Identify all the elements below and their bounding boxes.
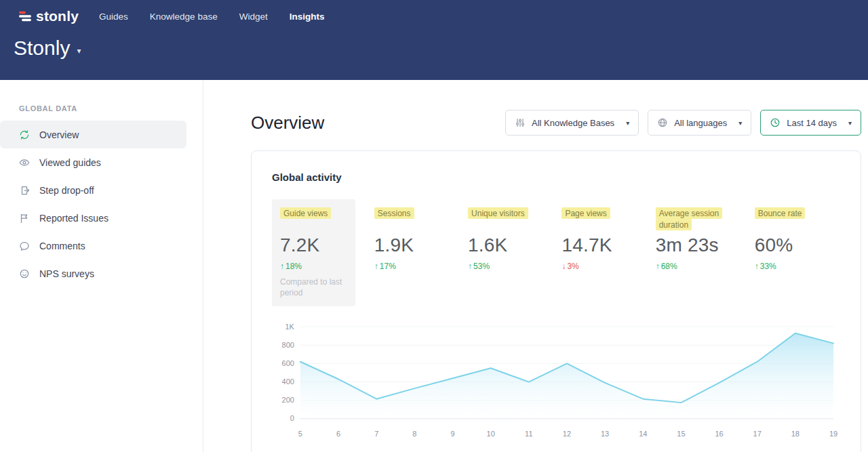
svg-text:18: 18 bbox=[791, 430, 800, 438]
metric-delta: 3% bbox=[561, 262, 639, 271]
metric-delta: 17% bbox=[374, 262, 452, 271]
sidebar-item-viewed-guides[interactable]: Viewed guides bbox=[0, 148, 186, 176]
nav-item-knowledge-base[interactable]: Knowledge base bbox=[150, 12, 218, 22]
nav-item-guides[interactable]: Guides bbox=[99, 12, 128, 22]
svg-text:12: 12 bbox=[563, 430, 571, 438]
arrow-up-icon bbox=[468, 262, 473, 271]
page-body: GLOBAL DATA Overview Viewed g bbox=[0, 80, 868, 452]
sidebar-item-label: Overview bbox=[39, 129, 79, 140]
metric-bounce-rate[interactable]: Bounce rate 60% 33% bbox=[747, 199, 840, 306]
metric-unique-visitors[interactable]: Unique visitors 1.6K 53% bbox=[460, 199, 553, 306]
metric-label: Guide views bbox=[280, 207, 347, 234]
filter-label: All languages bbox=[674, 118, 727, 128]
nav-item-insights[interactable]: Insights bbox=[290, 12, 325, 22]
sidebar-item-label: Step drop-off bbox=[39, 185, 94, 196]
page-title: Overview bbox=[251, 112, 324, 133]
main-content: Overview All Knowledge Bases ▾ bbox=[203, 80, 868, 452]
metric-page-views[interactable]: Page views 14.7K 3% bbox=[553, 199, 647, 306]
svg-text:1K: 1K bbox=[285, 323, 294, 331]
sidebar-item-overview[interactable]: Overview bbox=[0, 121, 186, 148]
stonly-logo[interactable]: stonly bbox=[19, 8, 79, 24]
svg-text:14: 14 bbox=[639, 430, 647, 438]
card-title: Global activity bbox=[272, 171, 840, 183]
sidebar-item-label: Comments bbox=[39, 241, 85, 251]
arrow-up-icon bbox=[656, 262, 661, 271]
filter-label: Last 14 days bbox=[787, 118, 837, 128]
svg-text:19: 19 bbox=[829, 430, 837, 438]
nav-item-widget[interactable]: Widget bbox=[239, 12, 268, 22]
svg-text:600: 600 bbox=[282, 359, 294, 367]
metric-note: Compared to last period bbox=[280, 276, 347, 298]
svg-text:9: 9 bbox=[450, 430, 454, 438]
workspace-dropdown-caret[interactable]: ▾ bbox=[77, 41, 81, 56]
clock-icon bbox=[770, 117, 781, 128]
page-head: Overview All Knowledge Bases ▾ bbox=[251, 110, 861, 136]
metric-avg-session-duration[interactable]: Average session duration 3m 23s 68% bbox=[648, 199, 747, 306]
metric-label: Unique visitors bbox=[468, 207, 545, 234]
chevron-down-icon: ▾ bbox=[848, 119, 852, 127]
sidebar-item-label: Reported Issues bbox=[39, 213, 108, 224]
filter-date-range[interactable]: Last 14 days ▾ bbox=[760, 110, 861, 136]
metric-delta: 18% bbox=[280, 262, 347, 271]
svg-text:15: 15 bbox=[677, 430, 685, 438]
metrics-row: Guide views 7.2K 18% Compared to last pe… bbox=[272, 199, 840, 306]
sidebar-item-comments[interactable]: Comments bbox=[0, 232, 186, 260]
metric-sessions[interactable]: Sessions 1.9K 17% bbox=[366, 199, 460, 306]
smiley-icon bbox=[19, 268, 30, 279]
sidebar-item-reported-issues[interactable]: Reported Issues bbox=[0, 204, 186, 232]
chevron-down-icon: ▾ bbox=[738, 119, 742, 127]
svg-text:0: 0 bbox=[290, 415, 294, 423]
sidebar-section-label: GLOBAL DATA bbox=[0, 104, 203, 112]
sidebar-item-nps-surveys[interactable]: NPS surveys bbox=[0, 260, 186, 287]
metric-label: Page views bbox=[561, 207, 639, 234]
metric-value: 7.2K bbox=[280, 234, 347, 256]
metric-label: Average session duration bbox=[656, 207, 732, 234]
metric-value: 3m 23s bbox=[656, 234, 738, 256]
svg-text:17: 17 bbox=[753, 430, 762, 438]
filter-label: All Knowledge Bases bbox=[532, 118, 614, 128]
svg-text:11: 11 bbox=[525, 430, 532, 438]
metric-value: 1.6K bbox=[468, 234, 545, 256]
arrow-up-icon bbox=[280, 262, 285, 271]
sidebar-item-step-drop-off[interactable]: Step drop-off bbox=[0, 176, 186, 204]
stonly-logo-text: stonly bbox=[36, 8, 79, 24]
arrow-up-icon bbox=[374, 262, 380, 271]
workspace-title: Stonly bbox=[14, 37, 70, 60]
arrow-up-icon bbox=[755, 262, 760, 271]
flag-icon bbox=[19, 213, 30, 224]
metric-delta: 33% bbox=[755, 262, 832, 271]
svg-text:16: 16 bbox=[715, 430, 723, 438]
metric-delta: 53% bbox=[468, 262, 545, 271]
app-root: stonly Guides Knowledge base Widget Insi… bbox=[0, 0, 868, 452]
filter-knowledge-bases[interactable]: All Knowledge Bases ▾ bbox=[505, 110, 639, 136]
metric-label: Sessions bbox=[374, 207, 452, 234]
comment-icon bbox=[19, 241, 30, 251]
metric-value: 1.9K bbox=[374, 234, 452, 256]
sidebar-item-label: Viewed guides bbox=[39, 157, 101, 168]
globe-icon bbox=[657, 117, 668, 128]
metric-guide-views[interactable]: Guide views 7.2K 18% Compared to last pe… bbox=[272, 199, 355, 306]
svg-text:8: 8 bbox=[412, 430, 416, 438]
nav-items: Guides Knowledge base Widget Insights bbox=[99, 12, 324, 22]
step-dropoff-icon bbox=[19, 185, 30, 196]
filters: All Knowledge Bases ▾ All languages ▾ bbox=[505, 110, 861, 136]
global-activity-card: Global activity Guide views 7.2K 18% Com… bbox=[251, 150, 861, 452]
metric-value: 14.7K bbox=[561, 234, 639, 256]
svg-text:5: 5 bbox=[298, 430, 302, 438]
svg-text:7: 7 bbox=[374, 430, 378, 438]
chevron-down-icon: ▾ bbox=[626, 119, 629, 127]
global-activity-chart: 02004006008001K5678910111213141516171819 bbox=[272, 317, 840, 446]
svg-text:13: 13 bbox=[601, 430, 609, 438]
svg-text:6: 6 bbox=[336, 430, 340, 438]
sidebar-item-label: NPS surveys bbox=[39, 268, 94, 279]
workspace-header: Stonly ▾ bbox=[0, 26, 868, 60]
svg-text:800: 800 bbox=[282, 341, 294, 349]
metric-label: Bounce rate bbox=[755, 207, 832, 234]
svg-text:400: 400 bbox=[282, 377, 294, 386]
filter-languages[interactable]: All languages ▾ bbox=[648, 110, 751, 136]
metric-delta: 68% bbox=[656, 262, 738, 271]
svg-text:200: 200 bbox=[282, 396, 294, 405]
svg-text:10: 10 bbox=[487, 430, 495, 438]
metric-value: 60% bbox=[755, 234, 832, 256]
overview-icon bbox=[19, 129, 30, 140]
